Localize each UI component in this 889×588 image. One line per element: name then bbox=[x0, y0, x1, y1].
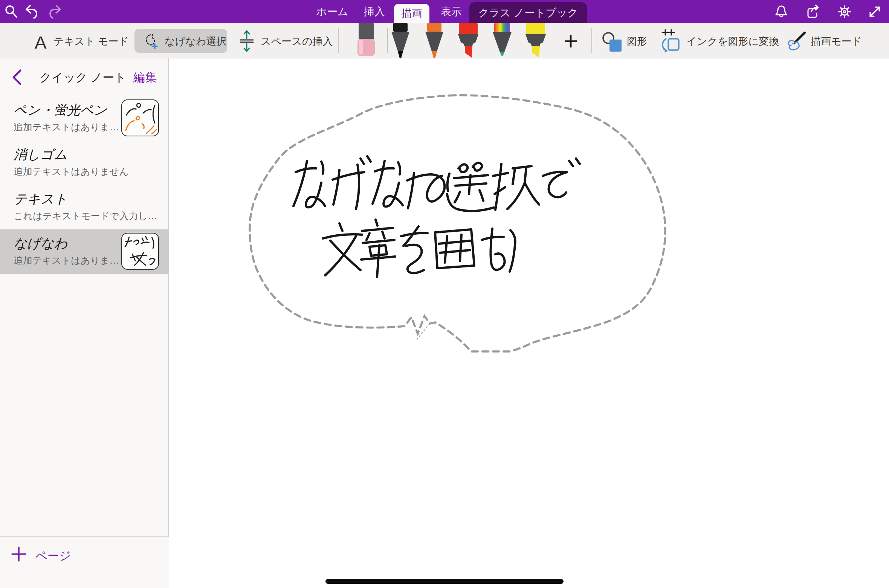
page-row-text[interactable]: テキスト これはテキストモードで入力し… bbox=[0, 185, 169, 229]
shapes-icon[interactable] bbox=[601, 31, 622, 53]
text-mode-button[interactable]: テキスト モード bbox=[53, 35, 129, 48]
lasso-selection-outline bbox=[250, 95, 665, 351]
sidebar-footer: ページ bbox=[0, 536, 169, 588]
sidebar-header: クイック ノート 編集 bbox=[0, 58, 169, 96]
add-pen-button[interactable]: + bbox=[558, 26, 584, 56]
onenote-app-window: ホーム 挿入 描画 表示 クラス ノートブック bbox=[0, 0, 889, 588]
ink-to-shape-button[interactable]: インクを図形に変換 bbox=[686, 35, 779, 48]
ribbon-divider bbox=[387, 28, 388, 53]
page-thumbnail bbox=[121, 233, 159, 270]
lasso-icon bbox=[144, 33, 160, 49]
undo-icon[interactable] bbox=[24, 4, 39, 19]
add-page-plus-icon[interactable] bbox=[11, 546, 27, 562]
lasso-select-label: なげなわ選択 bbox=[165, 35, 227, 48]
share-icon[interactable] bbox=[805, 4, 820, 19]
tab-draw-selected[interactable]: 描画 bbox=[394, 4, 429, 23]
edit-button[interactable]: 編集 bbox=[133, 70, 157, 86]
notebook-section-title: クイック ノート bbox=[40, 70, 126, 86]
page-list-sidebar: クイック ノート 編集 ペン・蛍光ペン 追加テキストはありま… bbox=[0, 58, 169, 588]
add-page-button[interactable]: ページ bbox=[35, 548, 71, 564]
lasso-select-button[interactable]: なげなわ選択 bbox=[134, 29, 227, 53]
page-row-pen-highlighter[interactable]: ペン・蛍光ペン 追加テキストはありま… bbox=[0, 96, 169, 141]
note-canvas[interactable] bbox=[169, 58, 889, 588]
gear-icon[interactable] bbox=[837, 4, 852, 19]
page-subtitle: これはテキストモードで入力し… bbox=[14, 210, 157, 222]
draw-ribbon: A テキスト モード なげなわ選択 スペースの挿入 bbox=[0, 23, 889, 58]
tab-home[interactable]: ホーム bbox=[313, 0, 351, 23]
page-subtitle: 追加テキストはありません bbox=[14, 165, 129, 178]
pen-rainbow-icon[interactable] bbox=[490, 23, 514, 61]
bell-icon[interactable] bbox=[774, 4, 789, 19]
tab-view[interactable]: 表示 bbox=[437, 0, 466, 23]
page-row-lasso-selected[interactable]: なげなわ 追加テキストはありま… bbox=[0, 229, 169, 274]
page-row-eraser[interactable]: 消しゴム 追加テキストはありません bbox=[0, 141, 169, 185]
insert-space-button[interactable]: スペースの挿入 bbox=[261, 35, 333, 48]
fullscreen-icon[interactable] bbox=[867, 4, 882, 19]
ribbon-divider bbox=[591, 28, 592, 53]
highlighter-yellow-icon[interactable] bbox=[524, 23, 548, 61]
pen-orange-icon[interactable] bbox=[422, 23, 446, 61]
page-subtitle: 追加テキストはありま… bbox=[14, 121, 119, 133]
ink-to-shape-icon[interactable] bbox=[660, 29, 681, 52]
draw-mode-button[interactable]: 描画モード bbox=[811, 35, 862, 48]
back-chevron-icon[interactable] bbox=[11, 69, 23, 86]
redo-icon[interactable] bbox=[47, 4, 63, 19]
highlighter-red-icon[interactable] bbox=[456, 23, 480, 61]
page-subtitle: 追加テキストはありま… bbox=[14, 254, 119, 267]
tab-class-notebook[interactable]: クラス ノートブック bbox=[469, 2, 587, 23]
title-bar: ホーム 挿入 描画 表示 クラス ノートブック bbox=[0, 0, 889, 23]
page-title: 消しゴム bbox=[14, 146, 67, 163]
page-title: テキスト bbox=[14, 190, 67, 208]
eraser-icon[interactable] bbox=[356, 23, 376, 61]
home-indicator-bar[interactable] bbox=[325, 579, 564, 584]
draw-mode-icon[interactable] bbox=[784, 31, 807, 51]
handwritten-ink-strokes bbox=[293, 156, 580, 277]
handwritten-ink-with-lasso-selection bbox=[169, 58, 889, 588]
search-icon[interactable] bbox=[4, 4, 19, 19]
pen-black-icon[interactable] bbox=[388, 23, 412, 61]
ribbon-divider bbox=[338, 28, 339, 53]
tab-insert[interactable]: 挿入 bbox=[360, 0, 389, 23]
shapes-button[interactable]: 図形 bbox=[627, 35, 647, 48]
insert-space-icon[interactable] bbox=[238, 30, 255, 52]
page-title: ペン・蛍光ペン bbox=[14, 101, 107, 119]
page-thumbnail bbox=[121, 99, 159, 136]
page-title: なげなわ bbox=[14, 235, 67, 252]
text-mode-icon: A bbox=[35, 32, 46, 53]
